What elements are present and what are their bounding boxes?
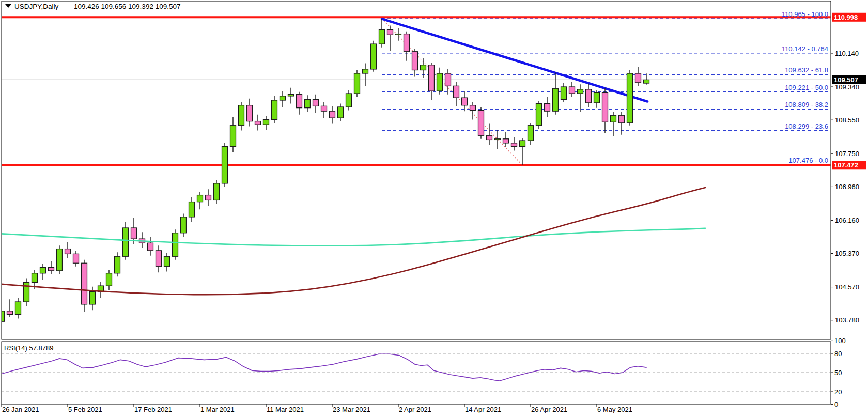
candle xyxy=(214,180,220,204)
candle xyxy=(24,279,29,306)
fib-level-label-3: 109.221 - 50.0 xyxy=(785,84,828,91)
candle-body xyxy=(115,256,120,273)
candle-body xyxy=(644,80,649,83)
candle xyxy=(49,261,54,274)
candle xyxy=(65,242,71,258)
candle xyxy=(131,218,137,244)
candle xyxy=(140,232,145,248)
candle-body xyxy=(569,87,575,94)
date-axis-label: 26 Jan 2021 xyxy=(2,406,39,413)
candle xyxy=(462,91,468,111)
candle-body xyxy=(619,115,625,123)
chart-canvas[interactable]: 110.140109.340108.550107.750106.960106.1… xyxy=(0,0,868,417)
candle xyxy=(644,73,649,84)
candle-body xyxy=(379,30,385,44)
candle-body xyxy=(429,65,435,91)
candle xyxy=(437,68,443,95)
candle-body xyxy=(131,228,137,239)
candle xyxy=(255,115,261,131)
candle xyxy=(115,252,120,276)
candle xyxy=(264,116,269,130)
candle-body xyxy=(363,69,368,73)
candle xyxy=(602,88,608,133)
candle-body xyxy=(437,73,443,91)
rsi-panel xyxy=(2,353,831,392)
fib-level-label-4: 108.809 - 38.2 xyxy=(785,101,828,109)
candle xyxy=(164,253,170,272)
candle-body xyxy=(305,99,311,107)
candle-body xyxy=(321,106,327,111)
candle-body xyxy=(206,195,211,200)
fib-level-label-1: 110.142 - 0.764 xyxy=(782,45,828,53)
candle xyxy=(528,123,534,145)
candle-body xyxy=(528,126,534,141)
candle xyxy=(288,88,294,104)
candlesticks xyxy=(0,19,649,329)
candle-body xyxy=(264,119,269,125)
chart-title-ohlc: 109.426 109.656 109.392 109.507 xyxy=(74,3,180,10)
candle-body xyxy=(586,89,592,103)
candle-body xyxy=(520,141,525,146)
candle xyxy=(578,84,583,112)
price-axis-label: 104.570 xyxy=(835,283,859,291)
candle xyxy=(503,132,509,147)
candle xyxy=(454,82,459,106)
candle xyxy=(594,90,600,108)
date-axis-label: 14 Apr 2021 xyxy=(465,406,501,413)
candle-body xyxy=(330,111,335,118)
descending-trendline[interactable] xyxy=(382,19,647,101)
date-axis-label: 2 Apr 2021 xyxy=(399,406,431,413)
candle xyxy=(173,229,178,260)
candle-body xyxy=(495,139,501,140)
candle xyxy=(247,99,253,127)
candle-body xyxy=(255,121,261,125)
candle-body xyxy=(561,87,567,99)
candle-body xyxy=(412,52,418,70)
candle-body xyxy=(173,233,178,257)
candle-body xyxy=(123,228,129,256)
candle xyxy=(313,95,319,113)
candle-body xyxy=(470,105,476,111)
fib-level-label-5: 108.299 - 23.6 xyxy=(785,122,828,130)
date-axis-label: 11 Mar 2021 xyxy=(267,406,304,413)
candle-body xyxy=(297,95,302,108)
candle-body xyxy=(421,65,426,70)
candle-body xyxy=(247,105,253,121)
candle xyxy=(305,95,311,112)
price-box-value: 107.472 xyxy=(834,161,858,169)
candle-body xyxy=(65,249,71,254)
candle-body xyxy=(148,243,153,251)
candle-body xyxy=(478,111,484,136)
candle xyxy=(272,96,277,123)
candle-body xyxy=(553,88,559,111)
candle-body xyxy=(313,99,319,106)
candle-body xyxy=(611,115,616,122)
price-axis-label: 108.550 xyxy=(835,116,859,124)
candle-body xyxy=(90,292,96,304)
candle xyxy=(512,137,517,151)
candle-body xyxy=(594,92,600,103)
candle-body xyxy=(627,73,633,123)
dropdown-triangle-icon[interactable] xyxy=(5,4,11,8)
candle xyxy=(82,260,87,312)
candle xyxy=(239,102,244,130)
fib-level-label-0: 110.965 - 100.0 xyxy=(782,10,828,18)
date-axis-label: 1 Mar 2021 xyxy=(200,406,235,413)
rsi-indicator-label: RSI(14) 57.8789 xyxy=(4,344,53,352)
candle xyxy=(189,197,195,222)
candle-body xyxy=(512,143,517,147)
candle-body xyxy=(338,107,344,118)
chart-title-symbol: USDJPY,Daily xyxy=(14,3,59,10)
candle xyxy=(222,143,228,187)
candle xyxy=(16,298,21,319)
candle xyxy=(429,63,435,100)
candle xyxy=(57,245,63,274)
price-axis-label: 103.780 xyxy=(835,316,859,324)
candle xyxy=(569,82,575,97)
candle-body xyxy=(197,195,203,202)
chart-objects[interactable] xyxy=(2,17,831,165)
candle-body xyxy=(214,183,220,200)
candle-body xyxy=(156,251,162,267)
price-axis-label: 106.960 xyxy=(835,183,859,191)
candle xyxy=(40,264,46,280)
